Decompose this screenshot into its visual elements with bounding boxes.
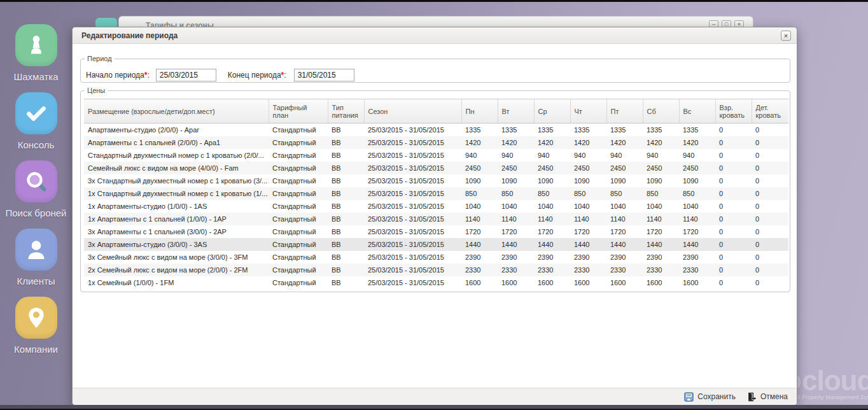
save-button[interactable]: Сохранить <box>684 392 736 402</box>
table-cell: 1040 <box>498 200 534 213</box>
column-header[interactable]: Тип питания <box>328 99 364 124</box>
table-cell: BB <box>328 213 364 225</box>
table-cell: 1440 <box>570 238 606 251</box>
table-cell: 1420 <box>606 136 643 149</box>
table-row[interactable]: Стандартный двухместный номер с 1 кроват… <box>84 149 788 162</box>
column-header[interactable]: Чт <box>570 99 606 124</box>
table-cell: 1х Апартаменты-студио (1/0/0) - 1AS <box>84 200 269 213</box>
table-cell: 1440 <box>643 238 679 251</box>
table-row[interactable]: 3х Стандартный двухместный номер с 1 кро… <box>84 174 788 187</box>
desktop: cloud SaaS Property Management System ms… <box>0 0 868 410</box>
sidebar-item-kompanii[interactable]: Компании <box>0 297 72 355</box>
dialog-titlebar[interactable]: Редактирование периода × <box>73 27 797 44</box>
table-cell: Апартаменты с 1 спальней (2/0/0) - Apa1 <box>84 136 269 149</box>
table-cell: Семейный люкс с видом на море (4/0/0) - … <box>84 162 269 174</box>
table-cell: 1720 <box>679 225 715 238</box>
table-cell: Стандартный <box>269 238 328 251</box>
table-cell: 850 <box>606 187 643 200</box>
table-cell: Стандартный двухместный номер с 1 кроват… <box>84 149 269 162</box>
period-start-input[interactable] <box>156 69 216 81</box>
check-icon <box>15 92 57 134</box>
table-cell: 1040 <box>679 200 715 213</box>
sidebar-item-label: Поиск броней <box>0 208 72 218</box>
table-row[interactable]: 2х Семейный люкс с видом на море (2/0/0)… <box>84 264 788 276</box>
table-cell: 1440 <box>534 238 570 251</box>
table-cell: 1600 <box>679 276 715 289</box>
table-cell: 0 <box>715 149 752 162</box>
table-cell: 2330 <box>606 264 643 276</box>
period-end-input[interactable] <box>294 69 354 81</box>
column-header[interactable]: Пт <box>606 99 643 124</box>
column-header[interactable]: Ср <box>534 99 570 124</box>
column-header[interactable]: Дет. кровать <box>752 99 788 124</box>
table-cell: 0 <box>752 213 788 225</box>
table-cell: 1335 <box>570 124 606 136</box>
table-cell: 0 <box>715 187 752 200</box>
table-cell: 2390 <box>498 251 534 264</box>
table-cell: 1600 <box>498 276 534 289</box>
table-cell: 1140 <box>679 213 715 225</box>
table-row[interactable]: 3х Апартаменты с 1 спальней (3/0/0) - 2A… <box>84 225 788 238</box>
table-row[interactable]: Семейный люкс с видом на море (4/0/0) - … <box>84 162 788 174</box>
table-cell: 1720 <box>461 225 498 238</box>
table-cell: 25/03/2015 - 31/05/2015 <box>364 174 461 187</box>
table-cell: 1600 <box>606 276 643 289</box>
table-cell: 25/03/2015 - 31/05/2015 <box>364 276 461 289</box>
table-cell: 25/03/2015 - 31/05/2015 <box>364 238 461 251</box>
sidebar-item-konsol[interactable]: Консоль <box>0 92 72 150</box>
table-row[interactable]: 3х Апартаменты-студио (3/0/0) - 3ASСтанд… <box>84 238 788 251</box>
table-cell: 0 <box>715 238 752 251</box>
table-cell: 1600 <box>570 276 606 289</box>
period-fieldset: Период Начало периода*: Конец периода*: <box>80 55 790 83</box>
table-cell: 2450 <box>643 162 679 174</box>
column-header[interactable]: Сб <box>643 99 679 124</box>
column-header[interactable]: Пн <box>461 99 498 124</box>
table-cell: 2450 <box>606 162 643 174</box>
table-cell: BB <box>328 174 364 187</box>
table-cell: 1420 <box>498 136 534 149</box>
table-row[interactable]: 1х Апартаменты-студио (1/0/0) - 1ASСтанд… <box>84 200 788 213</box>
table-cell: BB <box>328 200 364 213</box>
table-row[interactable]: 3х Семейный люкс с видом на море (3/0/0)… <box>84 251 788 264</box>
table-row[interactable]: 1х Семейный (1/0/0) - 1FMСтандартныйBB25… <box>84 276 788 289</box>
column-header[interactable]: Тарифный план <box>269 99 328 124</box>
table-cell: 2330 <box>570 264 606 276</box>
sidebar-item-klienty[interactable]: Клиенты <box>0 229 72 286</box>
table-cell: 1420 <box>461 136 498 149</box>
table-cell: Стандартный <box>269 225 328 238</box>
column-header[interactable]: Взр. кровать <box>715 99 752 124</box>
table-cell: 1335 <box>461 124 498 136</box>
column-header[interactable]: Сезон <box>364 99 461 124</box>
search-icon <box>15 160 57 202</box>
sidebar-item-poisk-broney[interactable]: Поиск броней <box>0 160 72 218</box>
sidebar-item-shahmatka[interactable]: Шахматка <box>0 24 72 82</box>
table-cell: 940 <box>679 149 715 162</box>
dialog-close-icon[interactable]: × <box>781 31 791 41</box>
table-cell: 1720 <box>606 225 643 238</box>
column-header[interactable]: Вс <box>679 99 715 124</box>
column-header[interactable]: Вт <box>498 99 534 124</box>
column-header[interactable]: Размещение (взрослые/дети/доп.мест) <box>84 99 269 124</box>
table-cell: 25/03/2015 - 31/05/2015 <box>364 136 461 149</box>
table-cell: 25/03/2015 - 31/05/2015 <box>364 200 461 213</box>
table-cell: 2450 <box>461 162 498 174</box>
table-cell: 1х Семейный (1/0/0) - 1FM <box>84 276 269 289</box>
table-cell: 1420 <box>643 136 679 149</box>
table-cell: 1440 <box>679 238 715 251</box>
table-cell: 1335 <box>534 124 570 136</box>
table-cell: BB <box>328 149 364 162</box>
table-row[interactable]: Апартаменты-студио (2/0/0) - AparСтандар… <box>84 124 788 136</box>
app-sidebar: Шахматка Консоль Поиск броней Клиенты Ко… <box>0 2 72 405</box>
table-row[interactable]: Апартаменты с 1 спальней (2/0/0) - Apa1С… <box>84 136 788 149</box>
table-cell: 25/03/2015 - 31/05/2015 <box>364 149 461 162</box>
table-cell: 0 <box>752 251 788 264</box>
table-cell: 25/03/2015 - 31/05/2015 <box>364 264 461 276</box>
table-cell: 0 <box>752 187 788 200</box>
table-row[interactable]: 1х Апартаменты с 1 спальней (1/0/0) - 1A… <box>84 213 788 225</box>
cancel-button[interactable]: Отмена <box>747 392 788 402</box>
table-cell: 1600 <box>461 276 498 289</box>
table-row[interactable]: 1х Стандартный двухместный номер с 1 кро… <box>84 187 788 200</box>
table-cell: 1х Апартаменты с 1 спальней (1/0/0) - 1A… <box>84 213 269 225</box>
chess-pawn-icon <box>15 24 57 66</box>
table-header: Размещение (взрослые/дети/доп.мест)Тариф… <box>84 99 788 124</box>
